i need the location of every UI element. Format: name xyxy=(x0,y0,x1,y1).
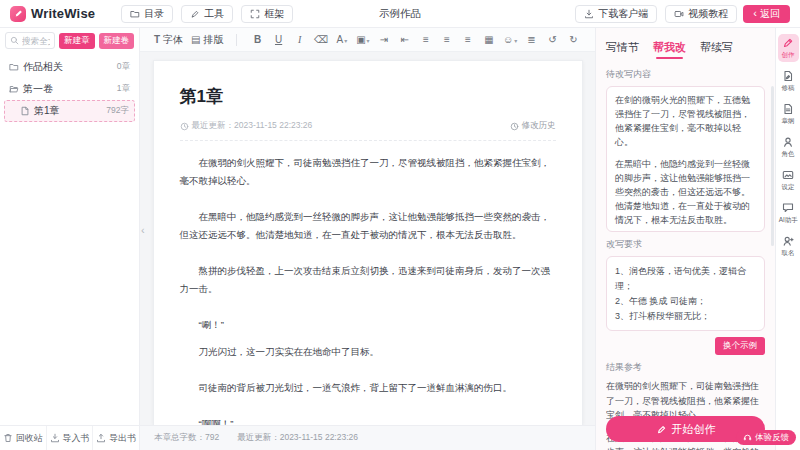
layout-button[interactable]: ▤排版 xyxy=(187,33,227,47)
last-updated: 最近更新：2023-11-15 22:23:26 xyxy=(180,120,313,132)
tab-write-plot[interactable]: 写情节 xyxy=(606,40,639,59)
undo-button[interactable]: ↺ xyxy=(545,34,559,45)
rail-revise-draft-button[interactable]: 修稿 xyxy=(778,67,799,95)
import-icon xyxy=(50,433,60,443)
doc-edit-icon xyxy=(782,70,794,82)
result-label: 结果参考 xyxy=(606,361,765,374)
word-count: 本章总字数：792 xyxy=(154,432,219,444)
app-logo: WriteWise xyxy=(10,6,95,22)
header-catalog-button[interactable]: 目录 xyxy=(121,5,173,23)
import-book-button[interactable]: 导入书 xyxy=(46,426,93,450)
paragraph-group: 司徒南的背后被刀光划过，一道气浪炸，背上留下了一道鲜血淋漓的伤口。 xyxy=(180,379,556,397)
rail-ai-assistant-button[interactable]: AI助手 xyxy=(778,199,799,227)
writewise-logo-icon xyxy=(10,6,26,22)
assistant-tabs: 写情节帮我改帮续写 xyxy=(606,40,765,59)
redo-button[interactable]: ↻ xyxy=(566,34,580,45)
requirement-line: 3、打斗桥段华丽无比； xyxy=(615,309,756,324)
bold-button[interactable]: B xyxy=(251,34,265,45)
header-nav: 目录工具框架 xyxy=(121,5,293,23)
person-icon xyxy=(782,136,794,148)
chevron-left-icon: ‹ xyxy=(753,8,757,19)
header-tools-button[interactable]: 工具 xyxy=(181,5,233,23)
editor-paragraph[interactable]: “啊啊！” xyxy=(180,415,556,425)
source-paragraph: 在黑暗中，他隐约感觉到一丝轻微的脚步声，这让他勉强能够抵挡一些突然的袭击，但这还… xyxy=(615,158,756,228)
tree-item-works-related[interactable]: 作品相关0章 xyxy=(0,56,139,78)
tree-item-volume-1[interactable]: 第一卷1章 xyxy=(0,78,139,100)
source-paragraph: 在剑的微弱火光的照耀下，五德勉强挡住了一刀，尽管视线被阻挡，他紧紧握住宝剑，毫不… xyxy=(615,94,756,150)
editor-paragraph[interactable]: 熬拼的步伐轻盈，上一次攻击结束后立刻切换，迅速来到司徒南身后，发动了一次强力一击… xyxy=(180,262,556,298)
font-button[interactable]: T字体 xyxy=(150,33,187,47)
editor-paragraph[interactable]: 在微弱的剑火照耀下，司徒南勉强挡住了一刀，尽管视线被阻挡，他紧紧握住宝剑，毫不敢… xyxy=(180,154,556,190)
sidebar-top-row: 新建章 新建卷 xyxy=(0,28,139,53)
export-book-button[interactable]: 导出书 xyxy=(92,426,139,450)
rewrite-requirements-textarea[interactable]: 1、润色段落，语句优美，逻辑合理；2、午德 换成 司徒南；3、打斗桥段华丽无比； xyxy=(606,256,765,331)
insert-emoji-button[interactable]: ☺▾ xyxy=(503,34,517,45)
pen-icon xyxy=(190,9,200,19)
video-icon xyxy=(674,9,684,19)
download-icon xyxy=(584,9,594,19)
recycle-bin-button[interactable]: 回收站 xyxy=(0,426,46,450)
align-right-button[interactable]: ≡ xyxy=(461,34,475,45)
indent-decrease-button[interactable]: ⇤ xyxy=(398,34,412,45)
rail-settings-button[interactable]: 设定 xyxy=(778,166,799,194)
tree-item-count: 0章 xyxy=(117,61,130,73)
search-input[interactable] xyxy=(22,36,50,46)
document-title: 示例作品 xyxy=(379,7,421,21)
tab-help-continue[interactable]: 帮续写 xyxy=(700,40,733,59)
feedback-button[interactable]: 体验反馈 xyxy=(736,430,796,445)
line-spacing-button[interactable]: ≣ xyxy=(524,34,538,45)
editor-status-bar: 本章总字数：792 最近更新：2023-11-15 22:23:26 xyxy=(140,425,595,450)
insert-image-button[interactable]: ▣▾ xyxy=(356,34,370,45)
requirements-label: 改写要求 xyxy=(606,238,765,251)
chapter-body[interactable]: 在微弱的剑火照耀下，司徒南勉强挡住了一刀，尽管视线被阻挡，他紧紧握住宝剑，毫不敢… xyxy=(180,154,556,425)
search-icon xyxy=(10,36,19,45)
align-left-button[interactable]: ≡ xyxy=(419,34,433,45)
editor-page[interactable]: 第1章 最近更新：2023-11-15 22:23:26 修改历史 xyxy=(153,60,583,425)
paragraph-group: 在微弱的剑火照耀下，司徒南勉强挡住了一刀，尽管视线被阻挡，他紧紧握住宝剑，毫不敢… xyxy=(180,154,556,190)
chat-icon xyxy=(782,202,794,214)
doc-icon xyxy=(20,106,30,116)
insert-divider-button[interactable]: ▦ xyxy=(482,34,496,45)
change-example-button[interactable]: 换个示例 xyxy=(715,337,765,355)
paragraph-group: “啊啊！”司徒南没有立即反应过来，疼痛直接控制了他，他在地上扭曲蠕动，剧痛淹没了… xyxy=(180,415,556,425)
back-button[interactable]: ‹ 返回 xyxy=(743,5,790,23)
rail-chapter-outline-button[interactable]: 章纲 xyxy=(778,100,799,128)
chapter-meta-row: 最近更新：2023-11-15 22:23:26 修改历史 xyxy=(180,120,556,141)
ai-assistant-panel: 写情节帮我改帮续写 待改写内容 在剑的微弱火光的照耀下，五德勉强挡住了一刀，尽管… xyxy=(595,28,775,450)
tree-item-chapter-1[interactable]: 第1章792字 xyxy=(4,100,135,122)
italic-button[interactable]: I xyxy=(293,34,307,45)
format-icon-group: BUI⌫A▾▣▾⇥⇤≡≡≡▦☺▾≣↺↻ xyxy=(251,34,581,45)
paragraph-group: “唰！”刀光闪过，这一刀实实在在地命中了目标。 xyxy=(180,316,556,361)
collapse-sidebar-handle[interactable]: ‹ xyxy=(141,224,145,236)
editor-paragraph[interactable]: 刀光闪过，这一刀实实在在地命中了目标。 xyxy=(180,343,556,361)
export-icon xyxy=(96,433,106,443)
font-color-button[interactable]: A▾ xyxy=(335,34,349,45)
panel-scrollbar[interactable] xyxy=(771,86,774,246)
new-volume-button[interactable]: 新建卷 xyxy=(99,33,135,49)
editor-paragraph[interactable]: “唰！” xyxy=(180,316,556,334)
rail-characters-button[interactable]: 角色 xyxy=(778,133,799,161)
clear-format-button[interactable]: ⌫ xyxy=(314,34,328,45)
sidebar-footer: 回收站导入书导出书 xyxy=(0,425,139,450)
underline-button[interactable]: U xyxy=(272,34,286,45)
indent-increase-button[interactable]: ⇥ xyxy=(377,34,391,45)
tab-help-rewrite[interactable]: 帮我改 xyxy=(653,40,686,59)
folder-icon xyxy=(9,62,19,72)
chapter-sidebar: 新建章 新建卷 作品相关0章第一卷1章第1章792字 回收站导入书导出书 xyxy=(0,28,140,450)
tree-item-count: 1章 xyxy=(117,83,130,95)
requirement-line: 1、润色段落，语句优美，逻辑合理； xyxy=(615,264,756,294)
revision-history-button[interactable]: 修改历史 xyxy=(510,120,556,132)
new-chapter-button[interactable]: 新建章 xyxy=(59,33,95,49)
rewrite-source-textarea[interactable]: 在剑的微弱火光的照耀下，五德勉强挡住了一刀，尽管视线被阻挡，他紧紧握住宝剑，毫不… xyxy=(606,86,765,232)
header-framework-button[interactable]: 框架 xyxy=(241,5,293,23)
download-client-button[interactable]: 下载客户端 xyxy=(575,5,657,23)
rail-create-button[interactable]: 创作 xyxy=(778,34,799,62)
video-tutorial-button[interactable]: 视频教程 xyxy=(665,5,737,23)
card-icon xyxy=(782,169,794,181)
align-center-button[interactable]: ≡ xyxy=(440,34,454,45)
format-toolbar: T字体 ▤排版 BUI⌫A▾▣▾⇥⇤≡≡≡▦☺▾≣↺↻ xyxy=(140,28,595,52)
editor-paragraph[interactable]: 在黑暗中，他隐约感觉到一丝轻微的脚步声，这让他勉强能够抵挡一些突然的袭击，但这还… xyxy=(180,208,556,244)
editor-paragraph[interactable]: 司徒南的背后被刀光划过，一道气浪炸，背上留下了一道鲜血淋漓的伤口。 xyxy=(180,379,556,397)
rail-naming-button[interactable]: 取名 xyxy=(778,232,799,260)
search-box[interactable] xyxy=(5,32,55,49)
